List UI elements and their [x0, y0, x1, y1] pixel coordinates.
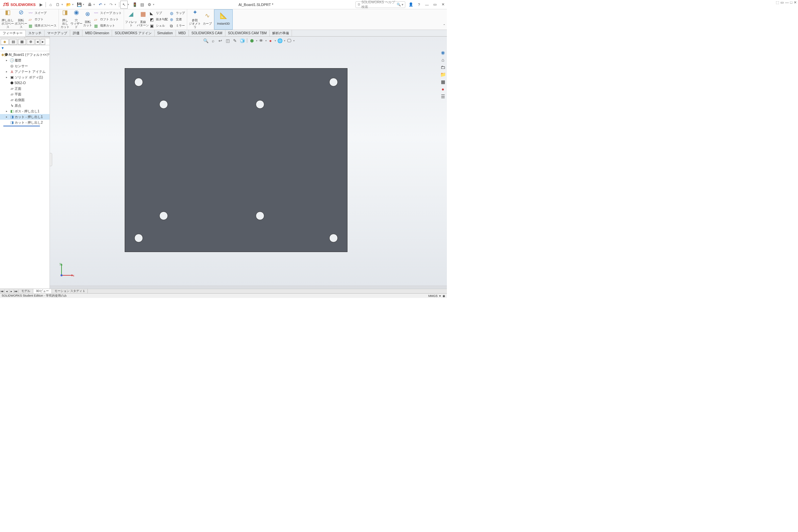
tree-front-plane[interactable]: ▱正面: [0, 86, 50, 92]
tree-top-plane[interactable]: ▱平面: [0, 92, 50, 97]
settings-icon[interactable]: ⚙: [146, 1, 153, 8]
fillet-button[interactable]: ◢フィレット: [125, 10, 137, 29]
task-view-palette-icon[interactable]: ▦: [440, 79, 446, 86]
linear-pattern-button[interactable]: ▦直線パターン: [137, 10, 149, 29]
panel-collapse-handle[interactable]: [50, 153, 52, 166]
property-manager-tab[interactable]: ▤: [9, 39, 17, 45]
scene-icon[interactable]: 🌐: [277, 37, 283, 44]
feature-manager-tab[interactable]: ◆: [1, 39, 8, 45]
redo-icon[interactable]: ↷: [108, 1, 115, 8]
extrude-cut-button[interactable]: ◨押し出しカット: [60, 10, 71, 29]
task-library-icon[interactable]: 📁: [440, 72, 446, 78]
user-icon[interactable]: 👤: [407, 1, 415, 8]
view-triad[interactable]: x y: [58, 262, 75, 279]
display-style-icon[interactable]: ⬢: [249, 37, 255, 44]
tree-annotations[interactable]: ▸Aアノテート アイテム: [0, 69, 50, 75]
sheet-next-icon[interactable]: ▸: [9, 290, 14, 293]
nav-right-icon[interactable]: ▸: [41, 39, 45, 45]
loft-cut-button[interactable]: ▱ロフト カット: [93, 16, 123, 23]
help-icon[interactable]: ?: [415, 1, 423, 8]
print-icon[interactable]: 🖶: [86, 1, 93, 8]
sweep-button[interactable]: 〰スイープ: [27, 10, 58, 16]
revolve-boss-button[interactable]: ⊘回転ボス/ベース: [14, 10, 27, 29]
dynamic-annotation-icon[interactable]: ✎: [232, 37, 239, 44]
sweep-cut-button[interactable]: 〰スイープ カット: [93, 10, 123, 16]
tab-features[interactable]: フィーチャー: [0, 30, 25, 37]
zoom-fit-icon[interactable]: 🔍: [203, 37, 209, 44]
sheet-tab-3dview[interactable]: 3Dビュー: [33, 289, 52, 293]
ref-geometry-button[interactable]: ✦参照ジオメトリ: [188, 10, 202, 29]
zoom-area-icon[interactable]: ⌕: [210, 37, 216, 44]
traffic-light-icon[interactable]: 🚦: [131, 1, 138, 8]
config-manager-tab[interactable]: ▦: [18, 39, 26, 45]
mirror-button[interactable]: ⧉ミラー: [169, 23, 186, 29]
tree-sensors[interactable]: ◎センサー: [0, 63, 50, 69]
save-icon[interactable]: 💾: [75, 1, 83, 8]
draft-button[interactable]: ◩抜き勾配: [149, 16, 169, 23]
appearance-icon[interactable]: ●: [267, 37, 274, 44]
shell-button[interactable]: ▣シェル: [149, 23, 169, 29]
tree-origin[interactable]: ↳原点: [0, 103, 50, 108]
open-icon[interactable]: 📂: [65, 1, 72, 8]
h-scrollbar[interactable]: [50, 285, 447, 288]
sheet-first-icon[interactable]: ⏮: [0, 290, 5, 293]
task-appearances-icon[interactable]: ●: [440, 87, 446, 93]
tree-material[interactable]: ⬢5052-O: [0, 80, 50, 86]
undo-icon[interactable]: ↶: [97, 1, 104, 8]
boundary-cut-button[interactable]: ▦境界カット: [93, 23, 123, 29]
tree-cut-extrude-2[interactable]: ◨カット - 押し出し2: [0, 120, 50, 125]
tab-mbd[interactable]: MBD: [176, 30, 189, 36]
prev-view-icon[interactable]: ↩: [217, 37, 224, 44]
task-custom-props-icon[interactable]: ☰: [440, 94, 446, 100]
tree-filter[interactable]: ▼: [0, 45, 50, 51]
wrap-button[interactable]: ◍ラップ: [169, 10, 186, 16]
tab-markup[interactable]: マークアップ: [44, 30, 70, 36]
sheet-tab-motion[interactable]: モーション スタディ 1: [52, 289, 88, 293]
tab-addins[interactable]: SOLIDWORKS アドイン: [112, 30, 155, 36]
loft-button[interactable]: ▱ロフト: [27, 16, 58, 23]
sheet-last-icon[interactable]: ⏭: [14, 290, 19, 293]
boundary-boss-button[interactable]: ▦境界ボス/ベース: [27, 23, 58, 29]
tab-evaluate[interactable]: 評価: [70, 30, 82, 36]
tab-sketch[interactable]: スケッチ: [25, 30, 44, 36]
dimxpert-tab[interactable]: ⊕: [26, 39, 35, 45]
extrude-boss-button[interactable]: ◧押し出しボス/ベース: [1, 10, 14, 29]
tree-cut-extrude-1[interactable]: ▸◨カット - 押し出し1: [0, 114, 50, 120]
task-home-icon[interactable]: ⌂: [440, 57, 446, 64]
expand-menu-icon[interactable]: ▶: [37, 1, 44, 8]
nav-left-icon[interactable]: ◂: [35, 39, 40, 45]
tab-cam-tbm[interactable]: SOLIDWORKS CAM TBM: [225, 30, 270, 36]
minimize-button[interactable]: —: [423, 1, 431, 8]
tab-cam[interactable]: SOLIDWORKS CAM: [189, 30, 225, 36]
curves-button[interactable]: ∿カーブ: [202, 10, 213, 29]
tree-right-plane[interactable]: ▱右側面: [0, 97, 50, 103]
intersect-button[interactable]: ⊕交差: [169, 16, 186, 23]
section-view-icon[interactable]: ◫: [225, 37, 231, 44]
list-icon[interactable]: ▤: [138, 1, 146, 8]
units-button[interactable]: MMGS: [428, 294, 438, 298]
help-search-input[interactable]: ② SOLIDWORKS ヘルプ検索 🔍 ▾: [356, 1, 405, 8]
tree-solid-bodies[interactable]: ▸▣ソリッド ボディ(1): [0, 75, 50, 80]
rollback-bar[interactable]: [3, 126, 40, 126]
status-options-icon[interactable]: ◉: [442, 294, 445, 298]
hide-show-icon[interactable]: 👁: [258, 37, 265, 44]
view-orientation-icon[interactable]: 🧊: [239, 37, 246, 44]
sheet-tab-model[interactable]: モデル: [19, 289, 33, 293]
sheet-prev-icon[interactable]: ◂: [5, 290, 9, 293]
view-settings-icon[interactable]: 🖵: [286, 37, 292, 44]
select-icon[interactable]: ↖: [120, 1, 128, 8]
new-icon[interactable]: 🗋: [54, 1, 61, 8]
tab-simulation[interactable]: Simulation: [155, 30, 176, 36]
task-resources-icon[interactable]: 🗀: [440, 64, 446, 71]
graphics-area[interactable]: 🔍 ⌕ ↩ ◫ ✎ 🧊 ⬢▾ 👁▾ ●▾ 🌐▾ 🖵▾ ◉ ⌂ 🗀 📁 ▦ ● ☰: [50, 37, 447, 289]
tab-analysis-prep[interactable]: 解析の準備: [270, 30, 292, 36]
ribbon-collapse-icon[interactable]: ˆ: [443, 24, 445, 28]
tree-history[interactable]: ▸🕓履歴: [0, 58, 50, 63]
rib-button[interactable]: ◣リブ: [149, 10, 169, 16]
task-3dexperience-icon[interactable]: ◉: [440, 50, 446, 57]
tab-mbd-dimension[interactable]: MBD Dimension: [82, 30, 112, 36]
tree-boss-extrude-1[interactable]: ▸◧ボス - 押し出し1: [0, 108, 50, 114]
home-icon[interactable]: ⌂: [47, 1, 54, 8]
maximize-button[interactable]: ▭: [431, 1, 439, 8]
tree-root[interactable]: ◆🎓Al_Board1 (デフォルト<<デ: [0, 52, 50, 58]
